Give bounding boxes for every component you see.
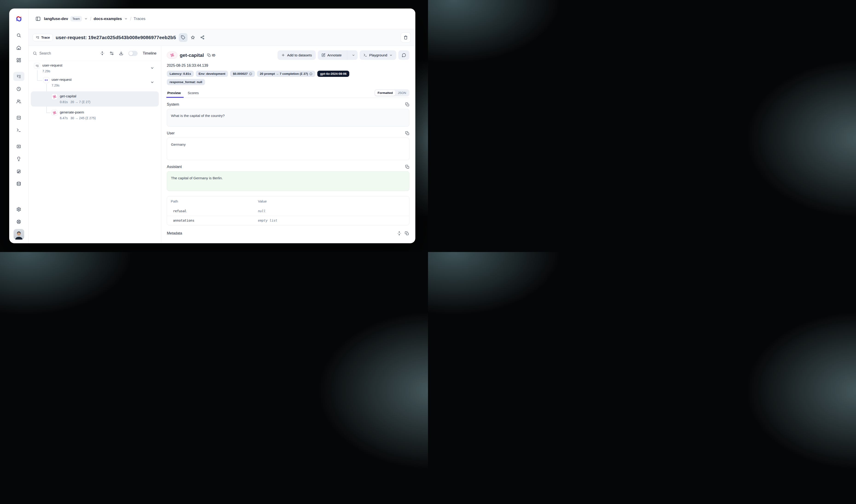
copy-assistant-button[interactable] [405,165,409,169]
span-node-icon-box [43,77,49,83]
lightbulb-icon [16,157,21,161]
unfold-vertical-icon [397,231,401,235]
node-name: user-request [42,63,63,68]
node-token-usage: 30 → 245 (Σ 275) [70,116,96,120]
response-format-badge: response_format: null [167,79,205,85]
node-name: generate-poem [60,110,96,115]
list-tree-icon [36,36,39,39]
column-header-value: Value [254,196,409,206]
sliders-icon [109,51,114,55]
breadcrumb-page-traces[interactable]: Traces [134,17,145,21]
tree-node-generation-generate-poem[interactable]: generate-poem 6.47s 30 → 245 (Σ 275) [29,110,159,120]
sidebar-item-dashboards[interactable] [13,55,24,65]
format-option-json[interactable]: JSON [395,90,409,96]
sidebar-item-search[interactable] [13,31,24,40]
annotate-dropdown-chevron[interactable] [349,50,358,60]
gear-icon [16,207,21,212]
system-message-box: What is the capital of the country? [167,109,409,127]
avatar-photo [14,230,23,239]
sidebar-item-playground[interactable] [13,125,24,134]
breadcrumb-separator: / [130,16,131,22]
user-message-box: Germany [167,138,409,160]
breadcrumb-environment[interactable]: docs-examples [94,17,122,21]
collapse-all-button[interactable] [100,51,105,55]
expand-metadata-button[interactable] [397,231,401,235]
bookmark-star-button[interactable] [189,33,197,42]
sidebar-item-judge[interactable] [13,154,24,163]
terminal-icon [363,53,367,57]
sidebar-item-sessions[interactable] [13,84,24,93]
tree-node-trace[interactable]: user-request 7.29s [29,63,159,73]
file-code-icon [16,115,21,120]
sidebar-item-support[interactable] [13,217,24,226]
metadata-label: Metadata [167,231,182,235]
table-row: annotations empty list [167,216,409,225]
download-icon [119,51,123,55]
chevron-down-icon [352,54,355,57]
observation-timestamp: 2025-08-25 16:33:44.139 [167,64,409,68]
node-token-usage: 20 → 7 (Σ 27) [70,100,90,104]
trace-type-chip: Trace [33,34,53,41]
annotate-button[interactable]: Annotate [318,50,345,60]
sidebar-item-users[interactable] [13,97,24,106]
environment-selector-chevron[interactable] [124,17,128,20]
chevron-down-icon [389,54,393,57]
clipboard-pen-icon [16,169,21,174]
toggle-knob [129,51,133,55]
format-option-formatted[interactable]: Formatted [375,90,395,96]
delete-trace-button[interactable] [400,33,411,42]
share-button[interactable] [198,33,207,42]
trace-header-row: Trace user-request: 19e27ac025d543b008e9… [29,29,415,46]
copy-metadata-button[interactable] [405,231,409,235]
breadcrumb-project[interactable]: langfuse-dev [44,17,68,21]
sidebar-item-annotation[interactable] [13,167,24,176]
tree-settings-button[interactable] [109,51,114,55]
content-split: Timeline [29,46,415,243]
tab-scores[interactable]: Scores [187,91,199,98]
observation-header: get-capital ID Add to datasets Annotate [167,50,409,60]
assistant-label: Assistant [167,165,182,169]
sidebar-item-datasets[interactable] [13,179,24,188]
sidebar-item-tracing[interactable] [13,72,24,81]
plus-icon [281,53,285,57]
tree-search-input[interactable] [39,51,74,55]
node-collapse-chevron[interactable] [150,66,154,70]
tab-preview[interactable]: Preview [167,91,181,98]
sidebar-item-settings[interactable] [13,204,24,214]
playground-button[interactable]: Playground [360,50,396,60]
download-button[interactable] [119,51,123,55]
langfuse-logo[interactable] [9,8,28,29]
observation-detail-panel: get-capital ID Add to datasets Annotate [161,46,415,243]
chevron-down-icon [150,80,154,84]
trace-tree: user-request 7.29s u [29,61,161,243]
dashboard-grid-icon [16,58,21,62]
chat-bubble-icon [402,53,406,57]
copy-id-button[interactable]: ID [207,53,215,57]
openai-pinwheel-icon [53,95,56,98]
chevron-down-icon [84,17,88,20]
sidebar-item-prompts[interactable] [13,113,24,122]
openai-pinwheel-icon [53,111,56,114]
node-name: user-request [52,77,72,82]
project-team-badge[interactable]: Team [70,16,82,21]
id-label: ID [212,53,215,57]
node-duration: 6.47s [60,116,68,120]
copy-user-button[interactable] [405,131,409,135]
sidebar-item-home[interactable] [13,43,24,52]
tree-node-generation-get-capital[interactable]: get-capital 0.81s 20 → 7 (Σ 27) [29,94,159,104]
trace-node-icon-box [34,63,40,69]
observation-badges: Latency: 0.81s Env: development $0.00002… [167,71,374,85]
project-selector-chevron[interactable] [84,17,88,20]
copy-system-button[interactable] [405,103,409,107]
tag-button[interactable] [179,33,188,42]
assistant-section-header: Assistant [167,165,409,169]
user-avatar[interactable] [14,229,24,239]
comments-button[interactable] [398,50,409,60]
node-collapse-chevron[interactable] [150,80,154,84]
add-to-datasets-button[interactable]: Add to datasets [278,50,316,60]
sidebar-toggle-button[interactable] [35,16,41,21]
timeline-toggle[interactable] [128,51,138,56]
node-duration: 0.81s [60,100,68,104]
sidebar-item-evaluation[interactable] [13,142,24,151]
tree-node-span[interactable]: user-request 7.29s [29,77,159,88]
